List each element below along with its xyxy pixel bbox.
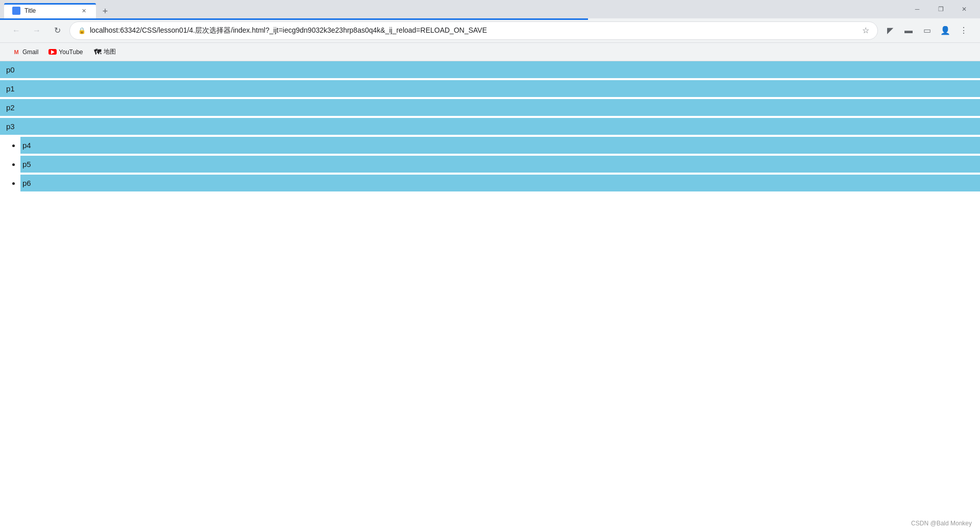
maps-label: 地图 xyxy=(104,47,116,56)
active-tab[interactable]: Title ✕ xyxy=(4,3,96,18)
close-button[interactable]: ✕ xyxy=(952,0,976,18)
gmail-icon: M xyxy=(14,49,18,55)
reload-icon: ↻ xyxy=(54,26,61,35)
tab-close-button[interactable]: ✕ xyxy=(80,7,88,15)
restore-icon: ❐ xyxy=(938,6,944,13)
forward-button[interactable]: → xyxy=(29,22,45,39)
page-footer: CSDN @Bald Monkey xyxy=(911,520,972,527)
extensions-icon: ▬ xyxy=(904,26,913,35)
paragraph-p1: p1 xyxy=(0,80,980,97)
gmail-favicon: M xyxy=(12,48,20,56)
restore-button[interactable]: ❐ xyxy=(929,0,952,18)
p0-text: p0 xyxy=(6,65,15,74)
list-container: p4 p5 p6 xyxy=(0,137,980,191)
reload-button[interactable]: ↻ xyxy=(49,22,65,39)
maps-icon: 🗺 xyxy=(94,48,101,56)
profile-icon: 👤 xyxy=(940,26,950,35)
page-content: p0 p1 p2 p3 p4 p5 p xyxy=(0,61,980,531)
bookmark-youtube[interactable]: YouTube xyxy=(44,46,87,58)
browser-window: Title ✕ + ─ ❐ ✕ ← → ↻ 🔒 xyxy=(0,0,980,531)
lock-icon: 🔒 xyxy=(78,27,86,34)
paragraph-p0: p0 xyxy=(0,61,980,78)
minimize-icon: ─ xyxy=(915,6,920,13)
paragraph-p3: p3 xyxy=(0,118,980,135)
watermark-text: CSDN @Bald Monkey xyxy=(911,520,972,527)
tab-favicon xyxy=(12,7,20,15)
new-tab-button[interactable]: + xyxy=(98,4,112,18)
tab-strip: Title ✕ + xyxy=(4,0,112,18)
menu-icon: ⋮ xyxy=(960,26,968,35)
minimize-button[interactable]: ─ xyxy=(905,0,929,18)
menu-button[interactable]: ⋮ xyxy=(955,22,972,39)
bookmarks-bar: M Gmail YouTube 🗺 地图 xyxy=(0,43,980,61)
address-text: localhost:63342/CSS/lesson01/4.层次选择器/ind… xyxy=(90,26,858,35)
close-icon: ✕ xyxy=(962,6,967,13)
bookmark-gmail[interactable]: M Gmail xyxy=(8,46,42,58)
bookmark-star-icon[interactable]: ☆ xyxy=(862,26,869,35)
gmail-label: Gmail xyxy=(22,49,38,56)
p1-text: p1 xyxy=(6,84,15,93)
title-bar: Title ✕ + ─ ❐ ✕ xyxy=(0,0,980,18)
forward-icon: → xyxy=(33,26,41,35)
paragraph-p2: p2 xyxy=(0,99,980,116)
navigation-bar: ← → ↻ 🔒 localhost:63342/CSS/lesson01/4.层… xyxy=(0,18,980,43)
youtube-label: YouTube xyxy=(59,49,83,56)
p4-text: p4 xyxy=(22,141,31,150)
list-item-p6: p6 xyxy=(20,175,980,191)
list-item-p4: p4 xyxy=(20,137,980,154)
cast-icon: ◤ xyxy=(887,26,893,35)
content-wrapper: p0 p1 p2 p3 p4 p5 p xyxy=(0,61,980,191)
youtube-icon xyxy=(48,49,57,55)
p5-text: p5 xyxy=(22,160,31,168)
sidebar-button[interactable]: ▭ xyxy=(919,22,935,39)
window-controls: ─ ❐ ✕ xyxy=(905,0,976,18)
back-button[interactable]: ← xyxy=(8,22,24,39)
maps-favicon: 🗺 xyxy=(93,48,102,56)
list-item-p5: p5 xyxy=(20,156,980,173)
address-bar[interactable]: 🔒 localhost:63342/CSS/lesson01/4.层次选择器/i… xyxy=(69,21,878,40)
cast-button[interactable]: ◤ xyxy=(882,22,898,39)
sidebar-icon: ▭ xyxy=(923,26,931,35)
bookmark-maps[interactable]: 🗺 地图 xyxy=(89,45,120,58)
loading-bar xyxy=(0,18,588,20)
back-icon: ← xyxy=(12,26,20,35)
p3-text: p3 xyxy=(6,122,15,131)
tab-active-indicator xyxy=(4,3,96,5)
p2-text: p2 xyxy=(6,103,15,112)
nav-right-icons: ◤ ▬ ▭ 👤 ⋮ xyxy=(882,22,972,39)
youtube-play-icon xyxy=(51,50,55,54)
profile-button[interactable]: 👤 xyxy=(937,22,953,39)
styled-list: p4 p5 p6 xyxy=(0,137,980,191)
youtube-favicon xyxy=(48,48,57,56)
p6-text: p6 xyxy=(22,179,31,187)
extensions-button[interactable]: ▬ xyxy=(900,22,917,39)
tab-title: Title xyxy=(24,7,76,14)
